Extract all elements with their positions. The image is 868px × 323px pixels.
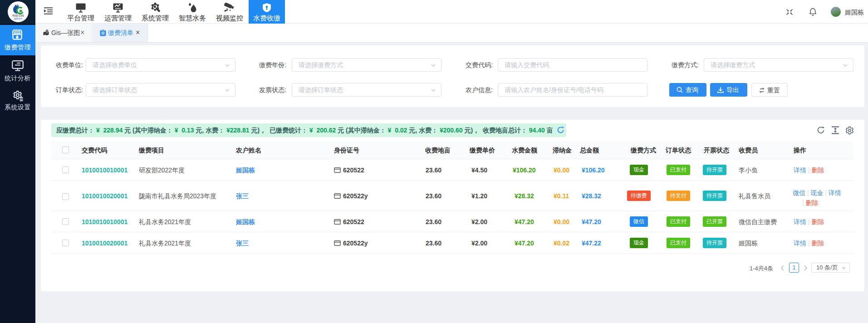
svg-text:瑞恩电气: 瑞恩电气 <box>14 17 23 20</box>
